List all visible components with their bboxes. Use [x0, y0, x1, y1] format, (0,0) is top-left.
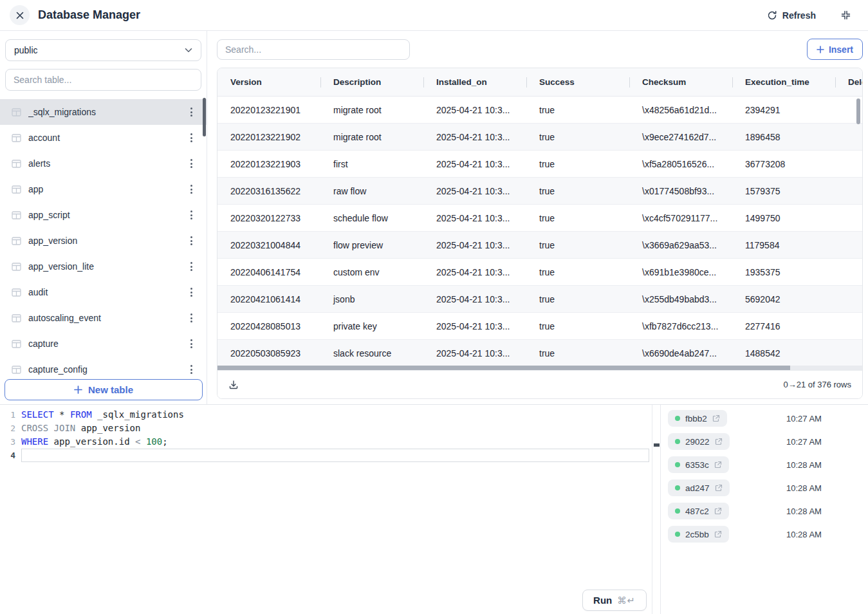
- page-title: Database Manager: [38, 8, 140, 22]
- column-header-description[interactable]: Description: [333, 68, 381, 97]
- compress-button[interactable]: [840, 10, 851, 21]
- cell-installed_on: 2025-04-21 10:3...: [436, 313, 510, 340]
- sidebar-item-app_version_lite[interactable]: app_version_lite: [0, 254, 207, 279]
- result-pill-29022[interactable]: 29022: [668, 433, 730, 450]
- run-shortcut: ⌘↵: [617, 595, 636, 606]
- run-button[interactable]: Run ⌘↵: [582, 590, 647, 611]
- sidebar-item-audit[interactable]: audit: [0, 279, 207, 305]
- table-search-input[interactable]: [5, 69, 201, 91]
- table-name: autoscaling_event: [28, 313, 181, 323]
- download-button[interactable]: [228, 380, 239, 390]
- code-line-3[interactable]: 3WHERE app_version.id < 100;: [0, 435, 652, 449]
- sidebar-item-app[interactable]: app: [0, 176, 207, 202]
- external-link-icon[interactable]: [714, 530, 722, 538]
- data-grid-panel: Insert VersionDescriptionInstalled_onSuc…: [208, 31, 868, 404]
- grid-horizontal-scrollbar[interactable]: [217, 366, 862, 371]
- column-separator: [423, 77, 424, 88]
- insert-button[interactable]: Insert: [807, 39, 863, 60]
- sql-editor[interactable]: 1SELECT * FROM _sqlx_migrations2CROSS JO…: [0, 405, 652, 614]
- sidebar-item-_sqlx_migrations[interactable]: _sqlx_migrations: [0, 99, 207, 125]
- kebab-menu-icon[interactable]: [188, 234, 195, 248]
- status-dot: [675, 439, 680, 444]
- table-row[interactable]: 20220428085013private key2025-04-21 10:3…: [217, 313, 862, 340]
- kebab-menu-icon[interactable]: [188, 182, 195, 196]
- table-name: capture_config: [28, 364, 181, 375]
- column-header-version[interactable]: Version: [230, 68, 262, 97]
- cell-description: schedule flow: [333, 205, 388, 232]
- table-row[interactable]: 20220321004844flow preview2025-04-21 10:…: [217, 232, 862, 259]
- column-separator: [320, 77, 321, 88]
- external-link-icon[interactable]: [712, 414, 720, 422]
- result-time: 10:27 AM: [786, 414, 822, 423]
- results-list: fbbb210:27 AM2902210:27 AM6353c10:28 AMa…: [661, 407, 868, 614]
- cell-installed_on: 2025-04-21 10:3...: [436, 124, 510, 151]
- code-line-4[interactable]: 4: [0, 449, 652, 462]
- external-link-icon[interactable]: [714, 461, 722, 469]
- sidebar-item-app_script[interactable]: app_script: [0, 202, 207, 228]
- kebab-menu-icon[interactable]: [188, 337, 195, 351]
- new-table-label: New table: [88, 384, 133, 395]
- cell-checksum: \x9ece274162d7...: [642, 124, 716, 151]
- cell-version: 20220421061414: [230, 286, 300, 313]
- kebab-menu-icon[interactable]: [188, 208, 195, 222]
- sidebar-item-account[interactable]: account: [0, 125, 207, 151]
- table-row[interactable]: 20220406141754custom env2025-04-21 10:3.…: [217, 259, 862, 286]
- grid-search-input[interactable]: [217, 39, 410, 60]
- column-header-execution_time[interactable]: Execution_time: [745, 68, 809, 97]
- column-header-installed_on[interactable]: Installed_on: [436, 68, 487, 97]
- refresh-button[interactable]: Refresh: [767, 10, 816, 21]
- cell-description: raw flow: [333, 178, 366, 205]
- editor-scrollbar[interactable]: [652, 405, 661, 614]
- table-row[interactable]: 20220503085923slack resource2025-04-21 1…: [217, 340, 862, 366]
- close-button[interactable]: [10, 5, 30, 25]
- cell-version: 20220320122733: [230, 205, 300, 232]
- cell-installed_on: 2025-04-21 10:3...: [436, 205, 510, 232]
- sidebar-item-alerts[interactable]: alerts: [0, 151, 207, 176]
- table-row[interactable]: 20220123221903first2025-04-21 10:3...tru…: [217, 151, 862, 178]
- external-link-icon[interactable]: [715, 438, 723, 445]
- kebab-menu-icon[interactable]: [188, 259, 195, 274]
- external-link-icon[interactable]: [714, 507, 722, 515]
- new-table-button[interactable]: New table: [5, 379, 203, 400]
- grid-vertical-scrollbar[interactable]: [856, 98, 860, 124]
- sidebar: public _sqlx_migrationsaccountalertsappa…: [0, 31, 207, 404]
- kebab-menu-icon[interactable]: [188, 285, 195, 299]
- table-row[interactable]: 20220316135622raw flow2025-04-21 10:3...…: [217, 178, 862, 205]
- column-header-checksum[interactable]: Checksum: [642, 68, 686, 97]
- bottom-panel: 1SELECT * FROM _sqlx_migrations2CROSS JO…: [0, 404, 868, 614]
- cell-version: 20220316135622: [230, 178, 300, 205]
- kebab-menu-icon[interactable]: [188, 362, 195, 377]
- kebab-menu-icon[interactable]: [188, 105, 195, 119]
- cell-description: custom env: [333, 259, 380, 286]
- table-row[interactable]: 20220123221902migrate root2025-04-21 10:…: [217, 124, 862, 151]
- schema-select[interactable]: public: [5, 39, 201, 61]
- column-separator: [629, 77, 630, 88]
- result-pill-487c2[interactable]: 487c2: [668, 503, 729, 519]
- sidebar-item-app_version[interactable]: app_version: [0, 228, 207, 254]
- column-header-success[interactable]: Success: [539, 68, 575, 97]
- cell-description: migrate root: [333, 124, 382, 151]
- sidebar-item-autoscaling_event[interactable]: autoscaling_event: [0, 305, 207, 331]
- table-row[interactable]: 20220320122733schedule flow2025-04-21 10…: [217, 205, 862, 232]
- result-pill-6353c[interactable]: 6353c: [668, 456, 729, 473]
- table-name: capture: [28, 339, 181, 349]
- sidebar-item-capture_config[interactable]: capture_config: [0, 357, 207, 382]
- table-row[interactable]: 20220123221901migrate root2025-04-21 10:…: [217, 97, 862, 124]
- result-pill-fbbb2[interactable]: fbbb2: [668, 410, 727, 427]
- column-header-deleted[interactable]: Deleted: [848, 68, 863, 97]
- kebab-menu-icon[interactable]: [188, 156, 195, 171]
- result-pill-2c5bb[interactable]: 2c5bb: [668, 526, 729, 543]
- result-row: 6353c10:28 AM: [661, 453, 868, 476]
- external-link-icon[interactable]: [715, 484, 723, 492]
- result-time: 10:28 AM: [786, 460, 822, 470]
- sidebar-scrollbar[interactable]: [203, 98, 206, 136]
- code-line-1[interactable]: 1SELECT * FROM _sqlx_migrations: [0, 408, 652, 422]
- sidebar-item-capture[interactable]: capture: [0, 331, 207, 357]
- kebab-menu-icon[interactable]: [188, 131, 195, 145]
- status-dot: [675, 485, 680, 490]
- code-line-2[interactable]: 2CROSS JOIN app_version: [0, 422, 652, 435]
- kebab-menu-icon[interactable]: [188, 311, 195, 325]
- table-icon: [12, 288, 21, 297]
- table-row[interactable]: 20220421061414jsonb2025-04-21 10:3...tru…: [217, 286, 862, 313]
- result-pill-ad247[interactable]: ad247: [668, 479, 730, 496]
